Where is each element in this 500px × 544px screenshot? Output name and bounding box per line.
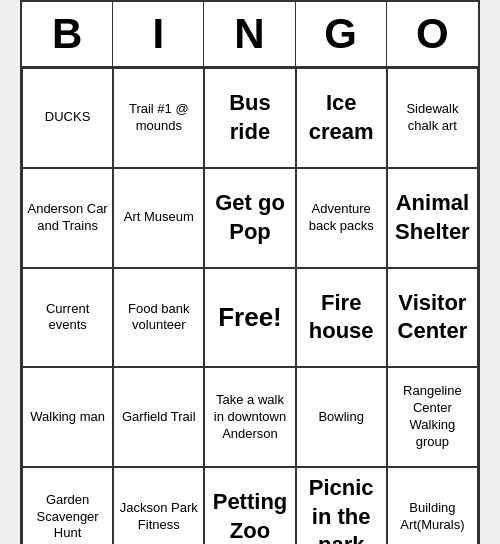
bingo-cell[interactable]: Picnic in the park bbox=[296, 467, 387, 544]
bingo-cell[interactable]: Animal Shelter bbox=[387, 168, 478, 268]
bingo-cell[interactable]: Get go Pop bbox=[204, 168, 295, 268]
bingo-cell[interactable]: Free! bbox=[204, 268, 295, 368]
bingo-cell[interactable]: Bus ride bbox=[204, 68, 295, 168]
bingo-cell[interactable]: Petting Zoo bbox=[204, 467, 295, 544]
bingo-cell[interactable]: Trail #1 @ mounds bbox=[113, 68, 204, 168]
bingo-cell[interactable]: Take a walk in downtown Anderson bbox=[204, 367, 295, 467]
bingo-header: BINGO bbox=[22, 2, 478, 68]
bingo-cell[interactable]: Garfield Trail bbox=[113, 367, 204, 467]
bingo-cell[interactable]: Walking man bbox=[22, 367, 113, 467]
header-letter: O bbox=[387, 2, 478, 66]
bingo-cell[interactable]: Bowling bbox=[296, 367, 387, 467]
bingo-cell[interactable]: Visitor Center bbox=[387, 268, 478, 368]
bingo-cell[interactable]: Jackson Park Fitness bbox=[113, 467, 204, 544]
header-letter: G bbox=[296, 2, 387, 66]
bingo-cell[interactable]: Building Art(Murals) bbox=[387, 467, 478, 544]
bingo-cell[interactable]: DUCKS bbox=[22, 68, 113, 168]
bingo-cell[interactable]: Ice cream bbox=[296, 68, 387, 168]
bingo-cell[interactable]: Sidewalk chalk art bbox=[387, 68, 478, 168]
header-letter: I bbox=[113, 2, 204, 66]
header-letter: N bbox=[204, 2, 295, 66]
header-letter: B bbox=[22, 2, 113, 66]
bingo-cell[interactable]: Garden Scavenger Hunt bbox=[22, 467, 113, 544]
bingo-cell[interactable]: Current events bbox=[22, 268, 113, 368]
bingo-cell[interactable]: Rangeline Center Walking group bbox=[387, 367, 478, 467]
bingo-grid: DUCKSTrail #1 @ moundsBus rideIce creamS… bbox=[22, 68, 478, 544]
bingo-cell[interactable]: Food bank volunteer bbox=[113, 268, 204, 368]
bingo-card: BINGO DUCKSTrail #1 @ moundsBus rideIce … bbox=[20, 0, 480, 544]
bingo-cell[interactable]: Art Museum bbox=[113, 168, 204, 268]
bingo-cell[interactable]: Anderson Car and Trains bbox=[22, 168, 113, 268]
bingo-cell[interactable]: Fire house bbox=[296, 268, 387, 368]
bingo-cell[interactable]: Adventure back packs bbox=[296, 168, 387, 268]
